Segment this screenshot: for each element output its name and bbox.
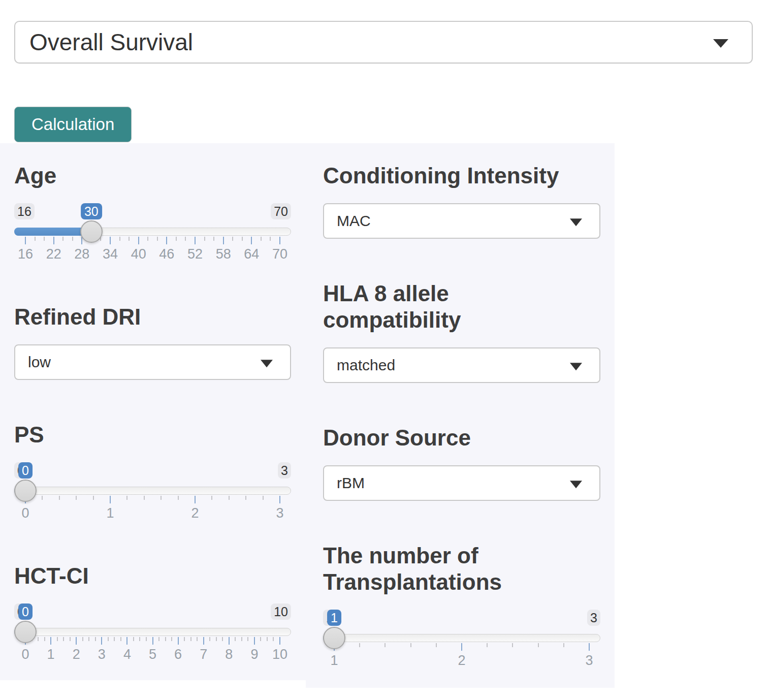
- minor-tick: [178, 496, 179, 500]
- age-control: Age 16 70 30 16222834404652586470: [14, 163, 291, 262]
- tick-label: 10: [272, 647, 287, 661]
- minor-tick: [57, 637, 58, 641]
- tick-label: 64: [244, 247, 259, 261]
- slider-track[interactable]: [14, 628, 291, 636]
- major-tick: [178, 637, 179, 645]
- tick-label: 52: [187, 247, 203, 261]
- slider-max-label: 3: [587, 610, 600, 626]
- slider-labels: 0 10 0: [14, 603, 291, 620]
- hla-compatibility-select[interactable]: matched: [323, 347, 600, 383]
- slider-ticks: [14, 237, 291, 246]
- minor-tick: [563, 643, 564, 647]
- age-slider[interactable]: 16 70 30 16222834404652586470: [14, 203, 291, 262]
- tick-label: 46: [159, 247, 174, 261]
- slider-tick-labels: 012345678910: [14, 647, 291, 662]
- refined-dri-select[interactable]: low: [14, 344, 291, 380]
- minor-tick: [59, 496, 60, 500]
- slider-track-area: [14, 228, 291, 236]
- major-tick: [279, 237, 280, 244]
- major-tick: [251, 237, 252, 244]
- slider-max-label: 10: [271, 603, 291, 620]
- slider-handle[interactable]: [80, 220, 103, 243]
- donor-source-select[interactable]: rBM: [323, 465, 600, 501]
- minor-tick: [126, 496, 127, 500]
- slider-track-area: [14, 487, 291, 495]
- slider-ticks: [14, 496, 291, 505]
- minor-tick: [204, 237, 205, 241]
- tick-label: 4: [123, 647, 131, 661]
- minor-tick: [260, 637, 261, 641]
- hla-compatibility-label: HLA 8 allele compatibility: [323, 280, 587, 333]
- donor-source-select-value: rBM: [337, 474, 365, 492]
- transplantations-slider[interactable]: 1 3 1 123: [323, 610, 600, 669]
- conditioning-intensity-select[interactable]: MAC: [323, 203, 600, 239]
- minor-tick: [114, 637, 115, 641]
- major-tick: [50, 637, 51, 645]
- right-column: Conditioning Intensity MAC HLA 8 allele …: [306, 143, 615, 688]
- major-tick: [101, 637, 102, 645]
- chevron-down-icon: [570, 218, 582, 226]
- slider-handle[interactable]: [14, 621, 37, 643]
- slider-track[interactable]: [14, 487, 291, 495]
- slider-ticks: [14, 637, 291, 646]
- slider-min-label: 16: [14, 203, 35, 219]
- minor-tick: [245, 496, 246, 500]
- minor-tick: [436, 643, 437, 647]
- tick-label: 1: [47, 647, 55, 661]
- tick-label: 9: [250, 647, 258, 661]
- chevron-down-icon: [570, 363, 582, 370]
- transplantations-label: The number of Transplantations: [323, 543, 587, 595]
- minor-tick: [157, 237, 158, 241]
- minor-tick: [247, 637, 248, 641]
- slider-max-label: 70: [271, 203, 291, 219]
- outcome-select[interactable]: Overall Survival: [14, 21, 753, 63]
- major-tick: [126, 637, 127, 645]
- slider-track-area: [14, 628, 291, 636]
- minor-tick: [209, 637, 210, 641]
- major-tick: [589, 643, 590, 651]
- slider-track[interactable]: [323, 634, 600, 642]
- major-tick: [229, 637, 230, 645]
- ps-slider[interactable]: 0 3 0 0123: [14, 462, 291, 521]
- major-tick: [195, 237, 196, 244]
- chevron-down-icon: [713, 39, 728, 48]
- major-tick: [254, 637, 255, 645]
- tick-label: 2: [191, 506, 199, 520]
- major-tick: [166, 237, 167, 244]
- major-tick: [110, 237, 111, 244]
- minor-tick: [267, 637, 268, 641]
- minor-tick: [385, 643, 386, 647]
- tick-label: 5: [149, 647, 156, 661]
- minor-tick: [538, 643, 539, 647]
- minor-tick: [222, 637, 223, 641]
- minor-tick: [72, 237, 73, 241]
- slider-value-label: 30: [81, 203, 102, 219]
- slider-ticks: [323, 643, 600, 652]
- slider-tick-labels: 0123: [14, 506, 291, 521]
- chevron-down-icon: [261, 360, 273, 367]
- tick-label: 8: [225, 647, 233, 661]
- minor-tick: [232, 237, 233, 241]
- major-tick: [195, 496, 196, 503]
- major-tick: [25, 237, 26, 244]
- refined-dri-select-value: low: [28, 354, 51, 371]
- left-column: Age 16 70 30 16222834404652586470 Refine…: [0, 143, 306, 680]
- major-tick: [203, 637, 204, 645]
- hct-ci-slider[interactable]: 0 10 0 012345678910: [14, 603, 291, 662]
- minor-tick: [108, 637, 109, 641]
- slider-handle[interactable]: [14, 480, 37, 502]
- donor-source-label: Donor Source: [323, 425, 587, 451]
- calculation-button[interactable]: Calculation: [14, 107, 132, 142]
- outcome-select-value: Overall Survival: [29, 28, 193, 56]
- slider-handle[interactable]: [323, 627, 345, 649]
- hct-ci-label: HCT-CI: [14, 563, 278, 589]
- hct-ci-control: HCT-CI 0 10 0 012345678910: [14, 563, 291, 662]
- minor-tick: [147, 237, 148, 241]
- slider-labels: 0 3 0: [14, 462, 291, 479]
- minor-tick: [129, 237, 130, 241]
- conditioning-intensity-select-value: MAC: [337, 212, 371, 230]
- ps-control: PS 0 3 0 0123: [14, 422, 291, 521]
- minor-tick: [197, 637, 198, 641]
- slider-value-label: 0: [18, 462, 33, 479]
- major-tick: [138, 237, 139, 244]
